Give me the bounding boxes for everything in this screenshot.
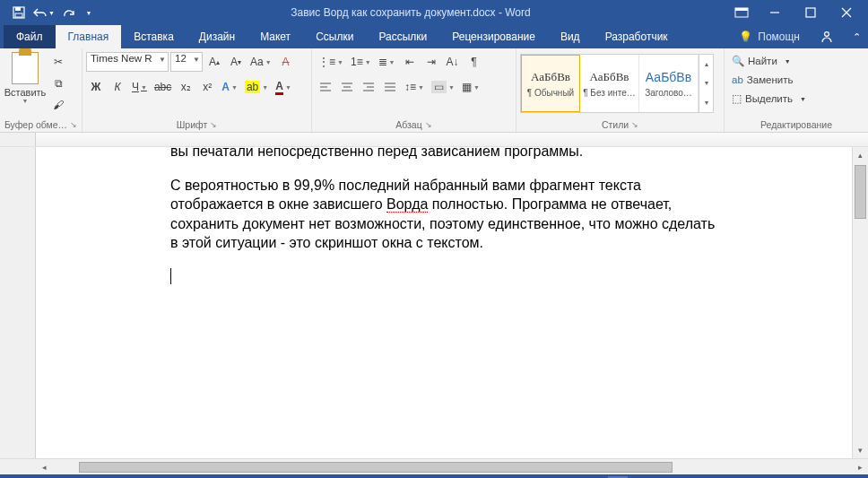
justify-icon[interactable] xyxy=(380,77,400,97)
svg-rect-6 xyxy=(806,8,815,17)
style-item-nospacing[interactable]: АаБбВв ¶ Без инте… xyxy=(580,55,639,112)
tab-design[interactable]: Дизайн xyxy=(187,25,247,48)
show-marks-icon[interactable]: ¶ xyxy=(464,52,484,72)
title-bar: ▼ ▾ Завис Ворд как сохранить документ.do… xyxy=(0,0,868,25)
scroll-up-icon[interactable]: ▴ xyxy=(853,147,868,163)
scroll-right-icon[interactable]: ▸ xyxy=(852,463,868,472)
ribbon: Вставить ▼ ✂ ⧉ 🖌 Буфер обме…↘ Times New … xyxy=(0,48,868,133)
search-icon: 🔍 xyxy=(732,55,744,67)
align-left-icon[interactable] xyxy=(316,77,335,97)
group-styles: АаБбВв ¶ Обычный АаБбВв ¶ Без инте… АаБб… xyxy=(516,48,725,132)
tab-insert[interactable]: Вставка xyxy=(121,25,187,48)
document-scroll[interactable]: вы печатали непосредственно перед зависа… xyxy=(36,147,868,458)
svg-rect-4 xyxy=(735,8,748,11)
text-effects-icon[interactable]: A▼ xyxy=(219,77,240,97)
tab-references[interactable]: Ссылки xyxy=(303,25,366,48)
tab-layout[interactable]: Макет xyxy=(247,25,303,48)
tab-home[interactable]: Главная xyxy=(56,25,122,48)
styles-gallery[interactable]: АаБбВв ¶ Обычный АаБбВв ¶ Без инте… АаБб… xyxy=(520,54,714,113)
bullets-icon[interactable]: ⋮≡▼ xyxy=(316,52,346,72)
clipboard-launcher-icon[interactable]: ↘ xyxy=(70,120,77,129)
share-button[interactable] xyxy=(809,25,845,48)
align-center-icon[interactable] xyxy=(337,77,357,97)
minimize-icon[interactable] xyxy=(757,0,793,25)
group-paragraph: ⋮≡▼ 1≡▼ ≣▼ ⇤ ⇥ A↓ ¶ xyxy=(312,48,516,132)
horizontal-scrollbar[interactable]: ◂ ▸ xyxy=(0,458,868,474)
tab-mailings[interactable]: Рассылки xyxy=(366,25,439,48)
find-button[interactable]: 🔍Найти▼ xyxy=(728,52,810,70)
underline-button[interactable]: Ч▼ xyxy=(129,77,150,97)
tell-me[interactable]: 💡 Помощн xyxy=(730,25,809,48)
decrease-indent-icon[interactable]: ⇤ xyxy=(400,52,420,72)
group-font: Times New R▼ 12▼ A▴ A▾ Aa▼ A Ж К Ч▼ abc … xyxy=(82,48,312,132)
redo-icon[interactable] xyxy=(57,2,81,23)
svg-rect-2 xyxy=(15,13,22,17)
numbering-icon[interactable]: 1≡▼ xyxy=(348,52,374,72)
tab-review[interactable]: Рецензирование xyxy=(439,25,548,48)
vertical-ruler[interactable] xyxy=(0,147,36,458)
ribbon-display-options-icon[interactable] xyxy=(726,7,757,18)
document-page[interactable]: вы печатали непосредственно перед зависа… xyxy=(36,147,852,458)
scroll-left-icon[interactable]: ◂ xyxy=(36,463,52,472)
highlight-icon[interactable]: ab▼ xyxy=(242,77,271,97)
paragraph-launcher-icon[interactable]: ↘ xyxy=(425,120,432,129)
superscript-button[interactable]: x² xyxy=(197,77,217,97)
qat-customize-icon[interactable]: ▾ xyxy=(82,2,95,23)
grow-font-icon[interactable]: A▴ xyxy=(204,52,224,72)
style-item-normal[interactable]: АаБбВв ¶ Обычный xyxy=(521,55,580,112)
document-paragraph: С вероятностью в 99,9% последний набранн… xyxy=(170,176,717,253)
paste-button[interactable]: Вставить ▼ xyxy=(4,50,47,104)
cut-icon[interactable]: ✂ xyxy=(48,52,68,72)
format-painter-icon[interactable]: 🖌 xyxy=(48,95,68,115)
document-area: вы печатали непосредственно перед зависа… xyxy=(0,147,868,458)
svg-point-9 xyxy=(825,32,829,37)
bold-button[interactable]: Ж xyxy=(86,77,106,97)
group-editing: 🔍Найти▼ abЗаменить ⬚Выделить▼ Редактиров… xyxy=(725,48,868,132)
sort-icon[interactable]: A↓ xyxy=(443,52,463,72)
svg-rect-1 xyxy=(15,7,21,11)
replace-icon: ab xyxy=(732,74,743,85)
styles-more[interactable]: ▴▾▾ xyxy=(699,55,713,112)
align-right-icon[interactable] xyxy=(359,77,378,97)
shrink-font-icon[interactable]: A▾ xyxy=(226,52,246,72)
italic-button[interactable]: К xyxy=(108,77,127,97)
shading-icon[interactable]: ▭▼ xyxy=(429,77,457,97)
scroll-down-icon[interactable]: ▾ xyxy=(853,442,868,458)
borders-icon[interactable]: ▦▼ xyxy=(459,77,482,97)
change-case-icon[interactable]: Aa▼ xyxy=(247,52,274,72)
tab-file[interactable]: Файл xyxy=(4,25,56,48)
collapse-ribbon-icon[interactable]: ⌃ xyxy=(845,25,868,48)
close-icon[interactable] xyxy=(829,0,864,25)
subscript-button[interactable]: x₂ xyxy=(176,77,195,97)
select-icon: ⬚ xyxy=(732,92,742,105)
font-color-icon[interactable]: A▼ xyxy=(273,77,294,97)
font-size-combo[interactable]: 12▼ xyxy=(170,52,203,72)
styles-launcher-icon[interactable]: ↘ xyxy=(631,120,638,129)
window-title: Завис Ворд как сохранить документ.docx -… xyxy=(95,6,726,19)
vertical-scrollbar[interactable]: ▴ ▾ xyxy=(852,147,868,458)
font-name-combo[interactable]: Times New R▼ xyxy=(86,52,169,72)
maximize-icon[interactable] xyxy=(793,0,829,25)
undo-icon[interactable]: ▼ xyxy=(32,2,56,23)
replace-button[interactable]: abЗаменить xyxy=(728,71,810,89)
strikethrough-button[interactable]: abc xyxy=(152,77,174,97)
select-button[interactable]: ⬚Выделить▼ xyxy=(728,90,810,108)
lightbulb-icon: 💡 xyxy=(739,30,752,43)
save-icon[interactable] xyxy=(7,2,30,23)
status-bar: Страница 1 из 1 Число слов: 248 ☑ русски… xyxy=(0,474,868,478)
ruler[interactable] xyxy=(0,133,868,147)
line-spacing-icon[interactable]: ↕≡▼ xyxy=(402,77,427,97)
tab-view[interactable]: Вид xyxy=(548,25,593,48)
scroll-thumb[interactable] xyxy=(855,165,866,219)
increase-indent-icon[interactable]: ⇥ xyxy=(421,52,441,72)
multilevel-list-icon[interactable]: ≣▼ xyxy=(376,52,398,72)
hscroll-thumb[interactable] xyxy=(79,462,673,473)
paste-icon xyxy=(12,52,39,84)
font-launcher-icon[interactable]: ↘ xyxy=(210,120,217,129)
clear-formatting-icon[interactable]: A xyxy=(276,52,296,72)
document-text-line: вы печатали непосредственно перед зависа… xyxy=(170,147,717,161)
ribbon-tabs: Файл Главная Вставка Дизайн Макет Ссылки… xyxy=(0,25,868,48)
tab-developer[interactable]: Разработчик xyxy=(593,25,681,48)
copy-icon[interactable]: ⧉ xyxy=(48,74,68,93)
style-item-heading1[interactable]: АаБбВв Заголово… xyxy=(639,55,699,112)
